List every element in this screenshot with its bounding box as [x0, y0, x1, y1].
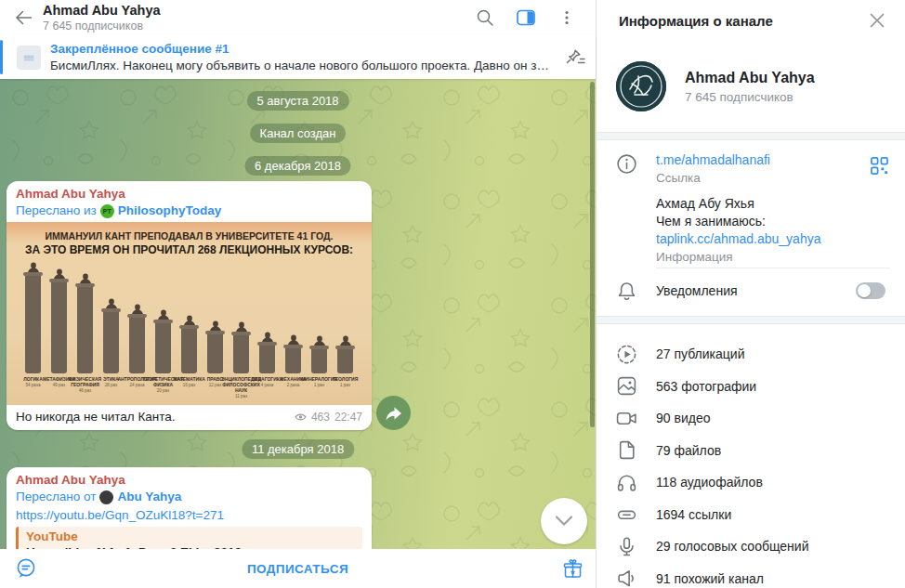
- comments-icon: [15, 557, 37, 580]
- message-youtube[interactable]: Ahmad Abu Yahya Переслано от Abu Yahya h…: [7, 467, 372, 549]
- eye-icon: [295, 412, 307, 423]
- notifications-toggle[interactable]: [856, 282, 885, 299]
- back-button[interactable]: [9, 4, 37, 32]
- view-count: 463: [311, 411, 330, 424]
- kant-bar: МЕТАФИЗИКА49 раз: [49, 268, 70, 401]
- channel-about-row: Ахмад Абу Яхья Чем я занимаюсь: taplink.…: [597, 195, 905, 266]
- section-separator: [597, 132, 905, 140]
- files-icon: [597, 439, 656, 461]
- stat-row-voice[interactable]: 29 голосовых сообщений: [597, 530, 905, 563]
- about-line: Ахмад Абу Яхья: [656, 195, 895, 213]
- chat-title-block[interactable]: Ahmad Abu Yahya 7 645 подписчиков: [43, 3, 473, 33]
- scroll-to-bottom-button[interactable]: [541, 498, 587, 544]
- qr-code-icon: [871, 157, 888, 175]
- posts-icon: [597, 344, 656, 365]
- audio-icon: [597, 472, 656, 493]
- calligraphy-avatar-art: [616, 61, 666, 111]
- about-line: Чем я занимаюсь:: [656, 213, 895, 230]
- stat-row-similar-channels[interactable]: 91 похожий канал: [597, 563, 905, 588]
- about-link[interactable]: taplink.cc/ahmad.abu_yahya: [656, 230, 895, 248]
- videos-icon: [597, 408, 656, 429]
- kant-subtitle: ЗА ЭТО ВРЕМЯ ОН ПРОЧИТАЛ 268 ЛЕКЦИОННЫХ …: [7, 243, 372, 256]
- kant-bar: МАТЕМАТИКА16 раз: [179, 315, 200, 401]
- chat-header: Ahmad Abu Yahya 7 645 подписчиков: [0, 0, 596, 35]
- pinned-title: Закреплённое сообщение #1: [50, 41, 555, 58]
- close-panel-button[interactable]: [864, 7, 890, 33]
- kant-bar: ПЕДАГОГИКА4 раза: [257, 332, 278, 401]
- message-header: Ahmad Abu Yahya Переслано от Abu Yahya: [7, 467, 372, 508]
- qr-code-button[interactable]: [865, 151, 893, 179]
- divider: [656, 268, 890, 268]
- links-icon: [597, 503, 656, 525]
- discussion-button[interactable]: [12, 555, 40, 582]
- kebab-menu-icon: [558, 9, 575, 26]
- share-button[interactable]: [376, 396, 411, 430]
- pinned-accent-bar: [0, 40, 3, 74]
- section-separator: [597, 316, 905, 324]
- info-icon: [597, 151, 656, 187]
- photos-icon: [597, 375, 656, 397]
- stat-row-files[interactable]: 79 файлов: [597, 435, 905, 467]
- pinned-texts: Закреплённое сообщение #1 БисмиЛлях. Нак…: [50, 41, 555, 73]
- forwarded-from-line[interactable]: Переслано из PT PhilosophyToday: [16, 203, 362, 219]
- toggle-sidebar-button[interactable]: [514, 6, 538, 30]
- forward-source[interactable]: Abu Yahya: [117, 489, 181, 505]
- panel-header: Информация о канале: [597, 0, 905, 41]
- close-icon: [869, 12, 885, 29]
- shared-media-list: 27 публикаций 563 фотографии: [597, 338, 905, 588]
- date-chip[interactable]: 11 декабря 2018: [242, 439, 354, 459]
- forward-label: Переслано от: [16, 489, 96, 505]
- telegram-app: Ahmad Abu Yahya 7 645 подписчиков: [0, 0, 905, 588]
- search-button[interactable]: [473, 6, 497, 30]
- pin-list-icon: [564, 47, 586, 68]
- webpage-preview[interactable]: YouTube Ummu'l-berâhîn 1. Ders 6 Ekim 20…: [16, 527, 362, 549]
- forward-source[interactable]: PhilosophyToday: [118, 203, 222, 219]
- pinned-message-bar[interactable]: ▒▒▒ Закреплённое сообщение #1 БисмиЛлях.…: [0, 35, 596, 79]
- more-menu-button[interactable]: [555, 6, 579, 30]
- date-chip[interactable]: 6 декабря 2018: [244, 156, 351, 176]
- kant-title: ИММАНУИЛ КАНТ ПРЕПОДАВАЛ В УНИВЕРСИТЕТЕ …: [7, 230, 372, 242]
- gift-button[interactable]: [559, 555, 585, 581]
- message-author[interactable]: Ahmad Abu Yahya: [16, 472, 362, 489]
- stat-row-videos[interactable]: 90 видео: [597, 402, 905, 435]
- channel-created-chip: Канал создан: [250, 124, 347, 143]
- gift-icon: [562, 558, 584, 580]
- preview-site-name: YouTube: [26, 529, 355, 543]
- message-link[interactable]: https://youtu.be/Gqn_OZuKl18?t=271: [7, 508, 372, 524]
- chat-title: Ahmad Abu Yahya: [43, 3, 473, 19]
- chat-subscribers: 7 645 подписчиков: [43, 20, 473, 33]
- forward-avatar: [99, 490, 113, 504]
- message-author[interactable]: Ahmad Abu Yahya: [16, 186, 362, 203]
- message-caption-row: Но никогда не читал Канта. 463 22:47: [7, 405, 372, 430]
- message-kant[interactable]: Ahmad Abu Yahya Переслано из PT Philosop…: [7, 181, 372, 430]
- forwarded-from-line[interactable]: Переслано от Abu Yahya: [16, 489, 362, 505]
- pinned-list-button[interactable]: [555, 47, 596, 68]
- bottom-action-bar: ПОДПИСАТЬСЯ: [0, 549, 596, 588]
- kant-infographic-image[interactable]: ИММАНУИЛ КАНТ ПРЕПОДАВАЛ В УНИВЕРСИТЕТЕ …: [7, 222, 372, 405]
- link-texts: t.me/ahmadalhanafi Ссылка: [656, 151, 865, 187]
- forward-label: Переслано из: [16, 203, 97, 219]
- kant-bar: ФИЗИЧЕСКАЯ ГЕОГРАФИЯ46 раз: [75, 273, 96, 401]
- channel-profile: Ahmad Abu Yahya 7 645 подписчиков: [616, 61, 815, 111]
- message-header: Ahmad Abu Yahya Переслано из PT Philosop…: [7, 181, 372, 222]
- subscribe-button[interactable]: ПОДПИСАТЬСЯ: [247, 562, 348, 576]
- channel-avatar[interactable]: [616, 61, 666, 111]
- forward-avatar: PT: [100, 204, 114, 218]
- date-chip[interactable]: 5 августа 2018: [246, 91, 348, 111]
- toggle-knob: [858, 284, 871, 297]
- kant-bar: ТЕОЛОГИЯ1 раз: [335, 335, 356, 401]
- profile-subscribers: 7 645 подписчиков: [685, 90, 815, 104]
- channel-link[interactable]: t.me/ahmadalhanafi: [656, 151, 854, 169]
- chat-message-area[interactable]: 5 августа 2018 Канал создан 6 декабря 20…: [0, 79, 596, 549]
- link-label: Ссылка: [656, 170, 854, 187]
- stat-row-audio[interactable]: 118 аудиофайлов: [597, 466, 905, 499]
- channel-link-row[interactable]: t.me/ahmadalhanafi Ссылка: [597, 151, 905, 187]
- stat-row-photos[interactable]: 563 фотографии: [597, 371, 905, 403]
- stat-row-links[interactable]: 1694 ссылки: [597, 499, 905, 531]
- notifications-row[interactable]: Уведомления: [597, 279, 905, 302]
- stat-row-posts[interactable]: 27 публикаций: [597, 338, 905, 371]
- split-view-icon: [516, 7, 536, 28]
- chat-scrollbar[interactable]: [590, 82, 595, 427]
- notifications-label: Уведомления: [656, 283, 856, 298]
- kant-bar: ТЕОРЕТИЧЕСКАЯ ФИЗИКА20 раз: [153, 309, 174, 401]
